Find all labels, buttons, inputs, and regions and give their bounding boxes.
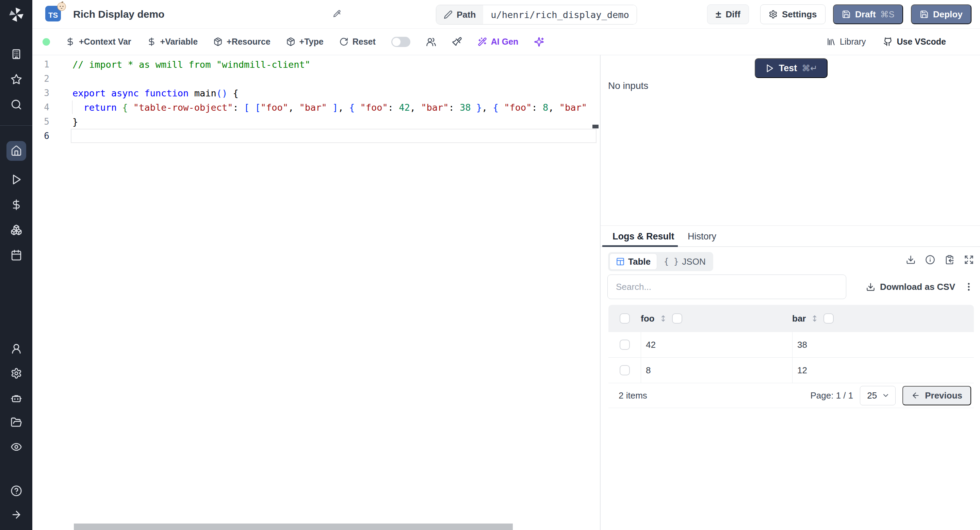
code-token: , <box>410 102 421 113</box>
sidebar-item-eye[interactable] <box>6 441 26 453</box>
table-icon <box>616 257 625 266</box>
table-header-cell[interactable]: bar <box>792 305 974 332</box>
line-number: 3 <box>32 88 70 98</box>
multiplayer-toggle[interactable] <box>391 37 410 47</box>
users-icon[interactable] <box>426 37 436 47</box>
tab-logs-and-result[interactable]: Logs & Result <box>612 226 675 247</box>
path-widget[interactable]: Path u/henri/rich_display_demo <box>436 5 637 24</box>
library-button[interactable]: Library <box>827 37 865 47</box>
code-token: 8 <box>543 102 548 113</box>
code-token: "bar" <box>421 102 449 113</box>
expand-icon[interactable] <box>964 255 974 265</box>
code-token <box>117 102 122 113</box>
toolbar-item-resource[interactable]: +Resource <box>213 37 270 47</box>
tab-history[interactable]: History <box>688 226 716 247</box>
row-select-cell <box>608 358 641 383</box>
code-token: 42 <box>399 102 410 113</box>
pencil-icon <box>444 10 453 19</box>
use-vscode-button[interactable]: Use VScode <box>883 37 946 47</box>
row-checkbox[interactable] <box>620 340 630 350</box>
toolbar-item-reset[interactable]: Reset <box>339 37 375 47</box>
package-icon <box>213 37 223 46</box>
select-all-checkbox[interactable] <box>620 313 630 324</box>
editor-toolbar: +Context Var+Variable+Resource+TypeReset… <box>32 29 980 55</box>
format-paintbrush-icon[interactable] <box>452 37 462 47</box>
panel-splitter[interactable] <box>600 55 601 530</box>
table-header-cell[interactable]: foo <box>641 305 792 332</box>
kebab-menu-icon[interactable] <box>964 281 974 292</box>
info-icon[interactable] <box>925 255 935 265</box>
diff-button[interactable]: ± Diff <box>707 5 749 24</box>
help-icon <box>11 485 22 496</box>
sidebar-item-help[interactable] <box>6 484 26 497</box>
sidebar-item-calendar[interactable] <box>6 249 26 262</box>
result-table: foobar 4238812 2 items Page: 1 / 1 25 <box>608 305 974 408</box>
code-token: : <box>449 102 460 113</box>
sidebar-item-settings[interactable] <box>6 367 26 380</box>
edit-title-pencil-icon[interactable] <box>332 9 342 19</box>
table-row: 4238 <box>608 332 974 358</box>
code-token <box>73 102 84 113</box>
column-checkbox[interactable] <box>824 313 834 324</box>
settings-button[interactable]: Settings <box>760 5 826 24</box>
download-icon[interactable] <box>906 255 916 265</box>
code-line[interactable]: 4 return { "table-row-object": [ ["foo",… <box>32 100 600 115</box>
gear-icon <box>769 10 778 19</box>
result-view-toggle: Table { } JSON <box>608 252 713 271</box>
code-token <box>128 102 134 113</box>
toolbar-item-type[interactable]: +Type <box>286 37 324 47</box>
toolbar-item-variable[interactable]: +Variable <box>147 37 198 47</box>
ai-gen-button[interactable]: AI Gen <box>478 37 519 47</box>
result-action-icons <box>906 255 974 265</box>
code-token: return <box>84 102 117 113</box>
toolbar-item-contextvar[interactable]: +Context Var <box>66 37 131 47</box>
sidebar-item-boxes[interactable] <box>6 223 26 236</box>
code-line[interactable]: 2 <box>32 72 600 86</box>
sidebar-item-arrow-right[interactable] <box>6 508 26 521</box>
view-table-button[interactable]: Table <box>609 254 657 270</box>
code-text: export async function main() { <box>70 88 239 99</box>
table-header-select-cell <box>608 305 641 332</box>
sort-icon[interactable] <box>811 314 819 322</box>
sidebar-item-dollar[interactable] <box>6 198 26 211</box>
sidebar-item-home[interactable] <box>6 141 26 161</box>
sidebar-group-top <box>0 48 32 111</box>
code-line[interactable]: 3export async function main() { <box>32 86 600 100</box>
copy-to-clipboard-icon[interactable] <box>945 255 955 265</box>
search-input[interactable] <box>608 275 846 299</box>
view-json-button[interactable]: { } JSON <box>658 254 712 270</box>
column-label: foo <box>641 313 654 324</box>
save-draft-button[interactable]: Draft ⌘S <box>833 5 903 24</box>
sidebar-divider <box>0 125 32 126</box>
items-count: 2 items <box>619 390 647 401</box>
toolbar-item-label: Reset <box>353 37 375 47</box>
sidebar-item-user[interactable] <box>6 342 26 355</box>
test-button[interactable]: Test ⌘↵ <box>755 58 827 78</box>
download-as-csv-button[interactable]: Download as CSV <box>866 282 955 292</box>
previous-page-button[interactable]: Previous <box>902 386 971 405</box>
plus-minus-icon: ± <box>716 9 721 19</box>
code-line[interactable]: 1// import * as wmill from "windmill-cli… <box>32 57 600 72</box>
building-icon <box>11 48 22 60</box>
sidebar-item-star[interactable] <box>6 73 26 86</box>
sidebar-item-search[interactable] <box>6 98 26 111</box>
row-checkbox[interactable] <box>620 365 630 375</box>
sidebar-item-play[interactable] <box>6 173 26 186</box>
page-size-select[interactable]: 25 <box>860 386 896 405</box>
current-line-highlight <box>71 129 597 143</box>
editor-horizontal-scrollbar[interactable] <box>74 524 513 530</box>
sidebar-item-folder-open[interactable] <box>6 416 26 429</box>
code-line[interactable]: 5} <box>32 115 600 129</box>
code-editor[interactable]: 1// import * as wmill from "windmill-cli… <box>32 55 600 530</box>
sidebar-item-building[interactable] <box>6 48 26 61</box>
code-token <box>355 102 360 113</box>
deploy-button[interactable]: Deploy <box>911 5 972 24</box>
sparkles-icon[interactable] <box>534 37 544 47</box>
sort-icon[interactable] <box>659 314 667 322</box>
pagination: Page: 1 / 1 25 Previous <box>810 386 971 405</box>
sidebar-item-bot[interactable] <box>6 391 26 404</box>
sidebar-group-bottom <box>0 484 32 521</box>
windmill-logo-icon[interactable] <box>8 6 25 23</box>
code-token: [ [ <box>244 102 261 113</box>
column-checkbox[interactable] <box>672 313 682 324</box>
